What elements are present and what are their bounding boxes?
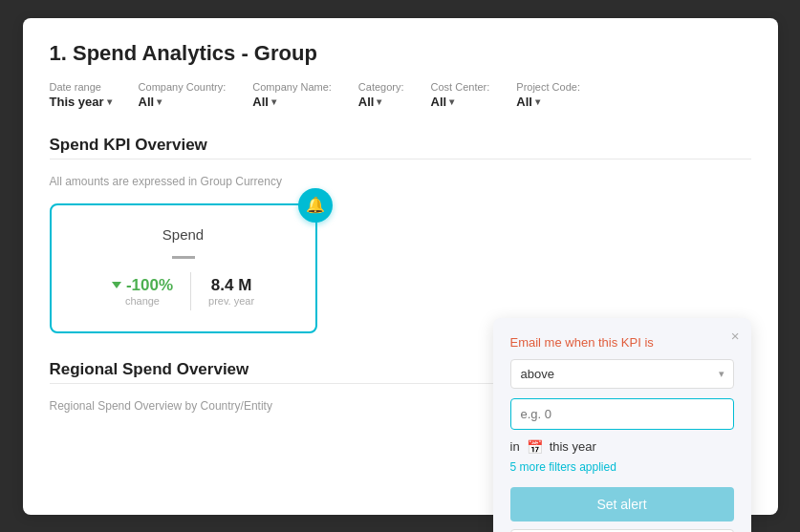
popup-in-row: in 📅 this year [510, 439, 734, 455]
filter-project-code: Project Code: All ▾ [516, 81, 580, 109]
kpi-dash [172, 256, 195, 259]
filter-project-code-value[interactable]: All ▾ [516, 95, 580, 109]
filter-category: Category: All ▾ [358, 81, 404, 109]
chevron-down-icon: ▾ [157, 96, 162, 107]
kpi-prev-value: 8.4 M [211, 276, 252, 295]
filter-company-country-value[interactable]: All ▾ [139, 95, 227, 109]
main-card: 1. Spend Analytics - Group Date range Th… [23, 18, 778, 515]
filter-project-code-label: Project Code: [516, 81, 580, 93]
kpi-vertical-divider [190, 272, 191, 310]
kpi-section-subtitle: All amounts are expressed in Group Curre… [50, 175, 751, 188]
popup-close-button[interactable]: × [731, 328, 740, 344]
kpi-section: Spend KPI Overview All amounts are expre… [50, 136, 751, 333]
chevron-down-icon: ▾ [535, 96, 540, 107]
filter-company-name-value[interactable]: All ▾ [252, 95, 332, 109]
set-alert-button[interactable]: Set alert [510, 487, 734, 521]
filter-company-country-label: Company Country: [139, 81, 227, 93]
cancel-button[interactable]: Cancel [510, 529, 734, 533]
filter-cost-center-value[interactable]: All ▾ [431, 95, 490, 109]
kpi-divider [50, 159, 751, 160]
popup-filters-link[interactable]: 5 more filters applied [510, 460, 734, 474]
filter-company-name: Company Name: All ▾ [252, 81, 332, 109]
kpi-stats: -100% change 8.4 M prev. year [112, 272, 254, 310]
calendar-icon: 📅 [527, 439, 543, 455]
filter-date-range: Date range This year ▾ [50, 81, 112, 109]
filter-category-value[interactable]: All ▾ [358, 95, 404, 109]
kpi-change: -100% change [112, 276, 173, 307]
bell-icon: 🔔 [306, 196, 325, 214]
popup-select-wrapper: above below equal to ▾ [510, 359, 734, 389]
filter-category-label: Category: [358, 81, 404, 93]
filter-date-range-value[interactable]: This year ▾ [50, 95, 112, 109]
chevron-down-icon: ▾ [377, 96, 381, 107]
chevron-down-icon: ▾ [271, 96, 276, 107]
page-title: 1. Spend Analytics - Group [50, 41, 751, 66]
kpi-card-title: Spend [162, 226, 204, 243]
popup-email-label: Email me when this KPI is [510, 335, 734, 350]
kpi-prev-year: 8.4 M prev. year [208, 276, 254, 307]
chevron-down-icon: ▾ [449, 96, 454, 107]
kpi-area: Spend -100% change 8.4 M prev. year [50, 203, 751, 333]
alert-popup: × Email me when this KPI is above below … [493, 318, 751, 533]
kpi-section-title: Spend KPI Overview [50, 136, 751, 155]
filter-company-country: Company Country: All ▾ [139, 81, 227, 109]
kpi-change-value: -100% [112, 276, 173, 295]
filters-row: Date range This year ▾ Company Country: … [50, 81, 751, 109]
popup-threshold-input[interactable] [510, 398, 734, 430]
filter-cost-center: Cost Center: All ▾ [431, 81, 490, 109]
kpi-change-label: change [125, 295, 160, 307]
popup-condition-select[interactable]: above below equal to [510, 359, 734, 389]
arrow-down-icon [112, 282, 121, 288]
filter-cost-center-label: Cost Center: [431, 81, 490, 93]
kpi-prev-label: prev. year [208, 295, 254, 307]
bell-alert-button[interactable]: 🔔 [298, 188, 333, 223]
filter-date-range-label: Date range [50, 81, 112, 93]
chevron-down-icon: ▾ [107, 96, 112, 107]
filter-company-name-label: Company Name: [252, 81, 332, 93]
kpi-spend-card: Spend -100% change 8.4 M prev. year [50, 203, 317, 333]
